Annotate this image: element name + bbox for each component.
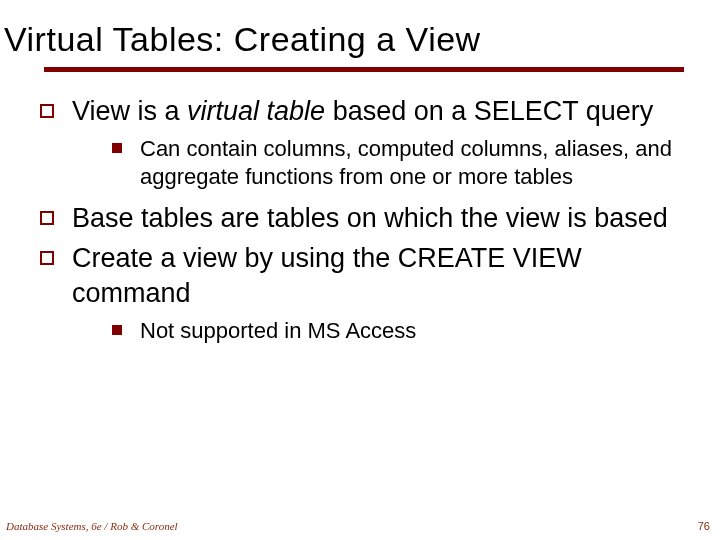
bullet-text: View is a virtual table based on a SELEC… bbox=[72, 94, 653, 129]
slide-body: View is a virtual table based on a SELEC… bbox=[0, 94, 700, 345]
title-underline bbox=[44, 67, 684, 72]
bullet-level1: View is a virtual table based on a SELEC… bbox=[40, 94, 682, 129]
text-emphasis: virtual table bbox=[187, 96, 325, 126]
slide-title: Virtual Tables: Creating a View bbox=[4, 20, 700, 59]
footer-page-number: 76 bbox=[698, 520, 710, 532]
square-outline-icon bbox=[40, 251, 54, 265]
footer-source: Database Systems, 6e / Rob & Coronel bbox=[6, 520, 178, 532]
bullet-text: Can contain columns, computed columns, a… bbox=[140, 135, 682, 191]
bullet-level2: Can contain columns, computed columns, a… bbox=[112, 135, 682, 191]
text-fragment: based on a SELECT query bbox=[325, 96, 653, 126]
bullet-text: Not supported in MS Access bbox=[140, 317, 416, 345]
bullet-text: Create a view by using the CREATE VIEW c… bbox=[72, 241, 682, 310]
bullet-level1: Base tables are tables on which the view… bbox=[40, 201, 682, 236]
bullet-level1: Create a view by using the CREATE VIEW c… bbox=[40, 241, 682, 310]
slide: Virtual Tables: Creating a View View is … bbox=[0, 0, 720, 540]
square-solid-icon bbox=[112, 325, 122, 335]
square-outline-icon bbox=[40, 211, 54, 225]
square-outline-icon bbox=[40, 104, 54, 118]
bullet-text: Base tables are tables on which the view… bbox=[72, 201, 668, 236]
square-solid-icon bbox=[112, 143, 122, 153]
text-fragment: View is a bbox=[72, 96, 187, 126]
bullet-level2: Not supported in MS Access bbox=[112, 317, 682, 345]
